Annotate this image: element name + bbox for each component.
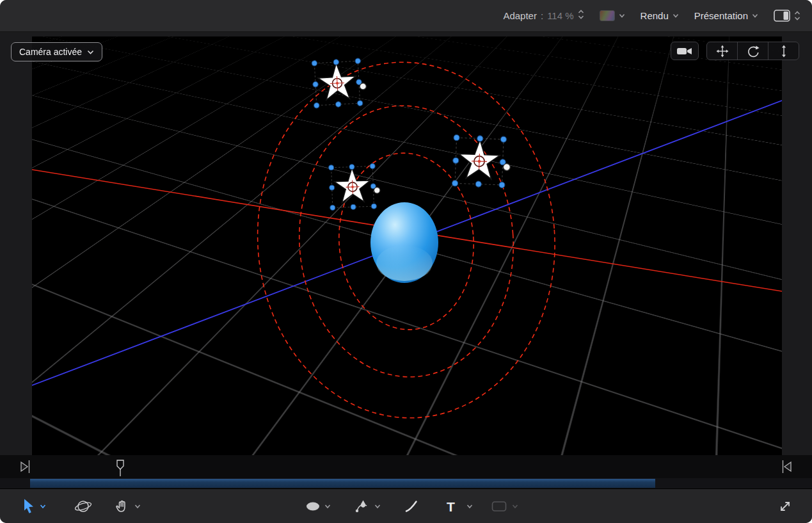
canvas-layout-control[interactable]: [774, 10, 800, 22]
timeline-markers: [0, 455, 812, 478]
selection-handles[interactable]: [328, 163, 380, 210]
arrow-cursor-icon: [22, 499, 36, 515]
chevron-down-icon: [512, 504, 518, 509]
top-toolbar: Adapter : 114 % Rendu Présentation: [0, 0, 812, 32]
chevron-down-icon: [466, 504, 473, 509]
camera-toggle-button[interactable]: [671, 42, 699, 60]
zoom-colon: :: [541, 10, 543, 21]
rounded-rect-icon: [491, 501, 507, 512]
zoom-label: Adapter: [503, 10, 537, 21]
out-marker-icon[interactable]: [784, 462, 791, 471]
view-controls: [671, 42, 799, 60]
chevron-down-icon: [673, 13, 679, 18]
pan-arrows-icon: [716, 45, 729, 58]
bezier-tool-chevron[interactable]: [374, 504, 381, 509]
video-camera-icon: [676, 46, 693, 56]
selection-handles[interactable]: [312, 58, 367, 108]
presentation-label: Présentation: [694, 10, 748, 21]
zoom-value: 114 %: [547, 10, 573, 21]
text-tool-chevron[interactable]: [466, 504, 473, 509]
hand-tool-button[interactable]: [114, 499, 129, 514]
paint-stroke-icon: [404, 499, 419, 514]
canvas-area: Caméra activée: [0, 32, 812, 455]
chevron-down-icon: [40, 504, 46, 509]
select-tool-chevron[interactable]: [40, 504, 46, 509]
layout-stepper-icon: [794, 11, 800, 20]
diagonal-resize-icon: [778, 499, 792, 513]
text-tool-glyph: T: [447, 500, 455, 513]
star-object-left[interactable]: [328, 163, 380, 210]
expand-view-button[interactable]: [778, 499, 792, 513]
camera-tools-group: [706, 42, 799, 60]
shape-tool-button[interactable]: [305, 501, 321, 512]
orbit-view-button[interactable]: [738, 42, 768, 60]
star-object-right[interactable]: [452, 134, 511, 188]
selection-handles[interactable]: [452, 134, 511, 188]
3d-orbit-icon: [74, 498, 92, 515]
star-object-top[interactable]: [312, 58, 367, 108]
in-marker-icon[interactable]: [21, 462, 28, 471]
chevron-down-icon: [374, 504, 381, 509]
dolly-view-button[interactable]: [768, 42, 799, 60]
tool-bar: T: [0, 488, 812, 523]
sphere-object[interactable]: [370, 202, 438, 283]
scrub-track[interactable]: [0, 478, 812, 488]
render-label: Rendu: [641, 10, 669, 21]
shape-tool-chevron[interactable]: [324, 504, 331, 509]
scene-svg: [32, 36, 782, 455]
select-tool-button[interactable]: [22, 499, 36, 515]
presentation-dropdown[interactable]: Présentation: [694, 10, 758, 21]
pan-view-button[interactable]: [707, 42, 737, 60]
hand-tool-chevron[interactable]: [134, 504, 141, 509]
playhead-icon[interactable]: [117, 460, 123, 476]
camera-status-label: Caméra activée: [19, 47, 82, 57]
chevron-down-icon: [87, 50, 94, 54]
chevron-down-icon: [134, 504, 141, 509]
ellipse-shape-icon: [305, 501, 321, 512]
zoom-stepper-icon[interactable]: [578, 10, 584, 22]
rect-tool-button[interactable]: [491, 501, 507, 512]
orbit-rotate-icon: [747, 45, 760, 58]
transform-3d-tool-button[interactable]: [74, 498, 92, 515]
chevron-down-icon: [324, 504, 331, 509]
motion-window: Adapter : 114 % Rendu Présentation: [0, 0, 812, 523]
timeline-strip[interactable]: [0, 455, 812, 488]
rect-tool-chevron[interactable]: [512, 504, 518, 509]
color-swatch-icon: [600, 10, 615, 21]
pen-curve-node-icon: [354, 499, 369, 514]
chevron-down-icon: [619, 13, 625, 18]
hand-icon: [114, 499, 129, 514]
chevron-down-icon: [752, 13, 758, 18]
canvas-viewport[interactable]: [32, 36, 782, 455]
bezier-tool-button[interactable]: [354, 499, 369, 514]
text-tool-button[interactable]: T: [447, 500, 455, 513]
camera-status-button[interactable]: Caméra activée: [11, 42, 102, 61]
canvas-layout-icon: [774, 10, 790, 22]
stroke-tool-button[interactable]: [404, 499, 419, 514]
play-range-bar[interactable]: [30, 479, 655, 488]
zoom-control[interactable]: Adapter : 114 %: [503, 10, 584, 22]
render-dropdown[interactable]: Rendu: [641, 10, 679, 21]
color-swatch-dropdown[interactable]: [600, 10, 625, 21]
vertical-arrows-icon: [779, 45, 788, 58]
